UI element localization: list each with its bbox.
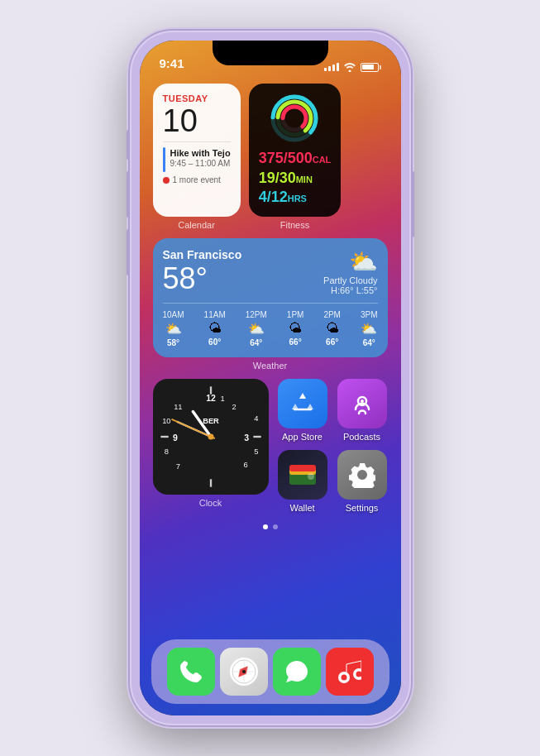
app-icon-settings[interactable]: Settings (337, 450, 388, 513)
svg-text:9: 9 (172, 432, 177, 442)
svg-text:6: 6 (243, 461, 247, 469)
power-button[interactable] (411, 171, 414, 237)
calendar-event-bar (163, 147, 165, 172)
fitness-stand-unit: HRS (288, 194, 307, 203)
weather-hour-time: 11AM (204, 310, 226, 319)
weather-hour-temp: 66° (326, 337, 338, 347)
volume-up-button[interactable] (127, 171, 130, 218)
silent-switch[interactable] (127, 130, 130, 160)
fitness-rings (259, 93, 332, 143)
wifi-icon (343, 62, 356, 72)
signal-icon (324, 63, 339, 71)
screen: 9:41 (140, 41, 401, 715)
app-grid: App Store Podcasts (277, 379, 388, 513)
calendar-widget-col: TUESDAY 10 Hike with Tejo 9:45 – 11:00 A… (153, 84, 241, 230)
app-icon-appstore[interactable]: App Store (277, 379, 328, 442)
calendar-widget[interactable]: TUESDAY 10 Hike with Tejo 9:45 – 11:00 A… (153, 84, 241, 217)
dock-messages-icon[interactable] (273, 648, 321, 696)
weather-widget-label: Weather (153, 361, 388, 371)
weather-hour-item: 10AM ⛅ 58° (163, 310, 184, 347)
settings-icon (337, 450, 387, 500)
status-icons (324, 62, 381, 72)
calendar-date: 10 (163, 105, 231, 136)
fitness-move-val: 375/500 (259, 150, 313, 166)
svg-text:11: 11 (174, 403, 182, 411)
fitness-stand-row: 4/12HRS (259, 189, 332, 207)
svg-point-29 (361, 400, 364, 403)
weather-hour-time: 12PM (246, 310, 267, 319)
bottom-widget-row: 12 3 9 BER 1 2 4 5 6 7 8 (153, 379, 388, 513)
settings-label: Settings (346, 503, 379, 513)
fitness-move-unit: CAL (313, 155, 332, 165)
weather-widget[interactable]: San Francisco 58° ⛅ Partly Cloudy H:66° … (153, 238, 388, 357)
clock-widget[interactable]: 12 3 9 BER 1 2 4 5 6 7 8 (153, 379, 269, 495)
dock-phone-icon[interactable] (167, 648, 215, 696)
page-dots (153, 524, 388, 529)
fitness-exercise-val: 19/30 (259, 170, 296, 186)
weather-hourly: 10AM ⛅ 58° 11AM 🌤 60° 12PM ⛅ 64° 1PM 🌤 6… (163, 303, 378, 347)
widget-row-1: TUESDAY 10 Hike with Tejo 9:45 – 11:00 A… (153, 84, 388, 230)
weather-hour-icon: 🌤 (208, 321, 222, 336)
phone-shell: 9:41 (130, 31, 411, 725)
app-icon-podcasts[interactable]: Podcasts (337, 379, 388, 442)
calendar-event-time: 9:45 – 11:00 AM (170, 159, 231, 168)
clock-face-svg: 12 3 9 BER 1 2 4 5 6 7 8 (153, 379, 269, 495)
weather-low: L:55° (356, 285, 378, 295)
fitness-widget-label: Fitness (249, 220, 342, 230)
page-dot-2 (273, 524, 278, 529)
calendar-more-dot (163, 177, 170, 184)
dock-safari-icon[interactable] (220, 648, 268, 696)
clock-widget-col: 12 3 9 BER 1 2 4 5 6 7 8 (153, 379, 269, 508)
weather-hour-item: 11AM 🌤 60° (204, 310, 226, 347)
svg-text:4: 4 (254, 414, 258, 423)
calendar-more-text: 1 more event (173, 175, 221, 184)
weather-hour-temp: 66° (289, 337, 302, 347)
clock-widget-label: Clock (153, 498, 269, 508)
app-icon-wallet[interactable]: Wallet (277, 450, 328, 513)
svg-text:7: 7 (175, 462, 179, 470)
page-dot-1 (263, 524, 268, 529)
calendar-widget-label: Calendar (153, 220, 241, 230)
weather-hour-temp: 64° (250, 338, 262, 347)
weather-hour-time: 2PM (323, 310, 341, 319)
podcasts-label: Podcasts (343, 432, 380, 442)
weather-high-low: H:66° L:55° (323, 285, 377, 295)
svg-text:BER: BER (203, 416, 219, 424)
weather-hour-time: 10AM (163, 310, 184, 319)
wallet-label: Wallet (289, 503, 314, 513)
fitness-exercise-row: 19/30MIN (259, 170, 332, 188)
svg-text:1: 1 (220, 395, 224, 403)
weather-hour-temp: 64° (363, 338, 375, 347)
svg-text:2: 2 (232, 403, 236, 411)
weather-hour-time: 1PM (287, 310, 304, 319)
weather-high: H:66° (331, 285, 354, 295)
weather-hour-icon: 🌤 (326, 321, 339, 336)
app-store-icon (278, 379, 327, 428)
weather-hour-item: 1PM 🌤 66° (287, 310, 304, 347)
svg-rect-33 (308, 473, 314, 480)
fitness-move-row: 375/500CAL (259, 150, 332, 168)
fitness-widget-col: 375/500CAL 19/30MIN 4/12HRS Fitness (249, 84, 342, 230)
weather-hour-item: 12PM ⛅ 64° (246, 310, 267, 347)
fitness-stand-val: 4/12 (259, 189, 288, 205)
weather-hour-item: 3PM ⛅ 64° (361, 310, 378, 347)
weather-widget-col: San Francisco 58° ⛅ Partly Cloudy H:66° … (153, 238, 388, 371)
fitness-widget[interactable]: 375/500CAL 19/30MIN 4/12HRS (249, 84, 342, 217)
dock-music-icon[interactable] (326, 648, 374, 696)
svg-point-43 (341, 675, 346, 681)
svg-point-27 (208, 433, 213, 439)
weather-hour-temp: 60° (208, 337, 221, 347)
svg-text:5: 5 (254, 447, 258, 456)
calendar-event-title: Hike with Tejo (170, 147, 231, 159)
svg-text:12: 12 (206, 393, 216, 403)
battery-icon (361, 63, 381, 72)
svg-rect-32 (289, 465, 316, 471)
volume-down-button[interactable] (127, 229, 130, 275)
weather-city: San Francisco (163, 248, 242, 261)
svg-text:10: 10 (162, 416, 170, 424)
calendar-more-events: 1 more event (163, 175, 231, 184)
activity-rings-svg (270, 93, 319, 143)
calendar-event: Hike with Tejo 9:45 – 11:00 AM (163, 141, 231, 172)
calendar-day: TUESDAY (163, 93, 231, 103)
weather-hour-icon: 🌤 (289, 321, 302, 336)
